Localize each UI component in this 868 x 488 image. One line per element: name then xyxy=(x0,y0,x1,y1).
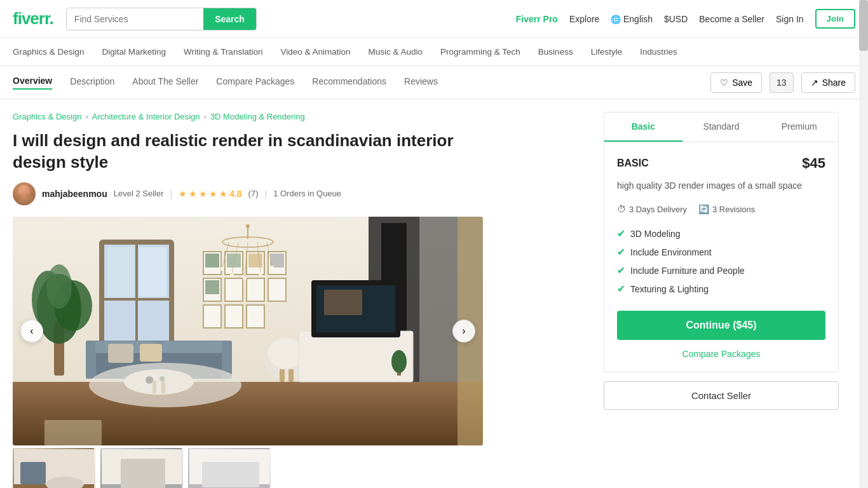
cat-business[interactable]: Business xyxy=(538,47,573,57)
check-icon-4: ✔ xyxy=(617,283,625,295)
rating-divider: | xyxy=(170,189,172,199)
tab-premium[interactable]: Premium xyxy=(760,112,838,142)
breadcrumb-sep-1: › xyxy=(85,112,88,121)
delivery-info: ⏱ 3 Days Delivery xyxy=(617,204,687,214)
feature-environment: ✔ Include Environment xyxy=(617,243,825,261)
svg-rect-45 xyxy=(280,369,285,382)
feature-label-2: Include Environment xyxy=(630,247,712,257)
tab-about-seller[interactable]: About The Seller xyxy=(132,76,198,89)
delivery-text: 3 Days Delivery xyxy=(629,205,687,214)
contact-seller-button[interactable]: Contact Seller xyxy=(604,381,839,410)
join-button[interactable]: Join xyxy=(815,9,855,29)
thumbnail-2[interactable] xyxy=(100,448,183,488)
rating-stars: ★ ★ ★ ★ ★ 4.8 xyxy=(179,189,241,199)
check-icon-3: ✔ xyxy=(617,264,625,276)
check-icon-1: ✔ xyxy=(617,227,625,240)
svg-rect-27 xyxy=(203,305,221,328)
explore-link[interactable]: Explore xyxy=(569,14,599,24)
star-1: ★ xyxy=(179,189,187,199)
feature-furniture: ✔ Include Furniture and People xyxy=(617,261,825,280)
continue-button[interactable]: Continue ($45) xyxy=(617,311,825,340)
main-content: Graphics & Design › Architecture & Inter… xyxy=(0,99,851,488)
tab-reviews[interactable]: Reviews xyxy=(404,76,438,89)
tab-standard[interactable]: Standard xyxy=(682,112,761,142)
currency-link[interactable]: $USD xyxy=(664,14,688,24)
package-description: high quality 3D render images of a small… xyxy=(617,179,825,193)
svg-point-71 xyxy=(243,276,247,280)
cat-graphics-design[interactable]: Graphics & Design xyxy=(13,47,85,57)
svg-rect-82 xyxy=(121,459,165,488)
breadcrumb: Graphics & Design › Architecture & Inter… xyxy=(13,112,588,121)
package-price: $45 xyxy=(802,155,825,172)
breadcrumb-architecture[interactable]: Architecture & Interior Design xyxy=(92,112,200,121)
cat-music-audio[interactable]: Music & Audio xyxy=(369,47,423,57)
save-label: Save xyxy=(732,78,752,88)
package-header: BASIC $45 xyxy=(617,155,825,172)
tab-basic[interactable]: Basic xyxy=(604,112,682,142)
image-gallery: ‹ › xyxy=(13,217,588,488)
seller-row: mahjabeenmou Level 2 Seller | ★ ★ ★ ★ ★ … xyxy=(13,182,588,205)
svg-rect-37 xyxy=(86,341,96,379)
rating-count: (7) xyxy=(248,189,259,198)
next-image-button[interactable]: › xyxy=(452,320,475,342)
breadcrumb-3d-modeling[interactable]: 3D Modeling & Rendering xyxy=(210,112,305,121)
feature-label-3: Include Furniture and People xyxy=(630,266,745,276)
svg-rect-10 xyxy=(139,247,166,297)
svg-rect-21 xyxy=(270,254,284,268)
clock-icon: ⏱ xyxy=(617,204,626,214)
features-list: ✔ 3D Modeling ✔ Include Environment ✔ In… xyxy=(617,224,825,298)
cat-video-animation[interactable]: Video & Animation xyxy=(280,47,350,57)
thumbnail-1[interactable] xyxy=(13,448,95,488)
svg-point-69 xyxy=(220,267,224,271)
svg-point-72 xyxy=(259,272,262,276)
package-meta: ⏱ 3 Days Delivery 🔄 3 Revisions xyxy=(617,204,825,214)
search-input[interactable] xyxy=(67,9,203,29)
thumbnail-3[interactable] xyxy=(188,448,271,488)
seller-avatar xyxy=(13,182,36,205)
package-card: Basic Standard Premium BASIC $45 high qu… xyxy=(604,112,839,372)
revisions-info: 🔄 3 Revisions xyxy=(698,204,755,214)
svg-rect-85 xyxy=(202,462,259,487)
cat-writing-translation[interactable]: Writing & Translation xyxy=(184,47,262,57)
save-button[interactable]: ♡ Save xyxy=(710,72,762,93)
cat-programming-tech[interactable]: Programming & Tech xyxy=(440,47,520,57)
tab-recommendations[interactable]: Recommendations xyxy=(312,76,386,89)
share-icon: ↗ xyxy=(811,78,818,88)
star-2: ★ xyxy=(189,189,197,199)
language-link[interactable]: English xyxy=(611,14,653,24)
svg-point-34 xyxy=(46,264,72,309)
svg-rect-23 xyxy=(205,280,219,294)
breadcrumb-graphics-design[interactable]: Graphics & Design xyxy=(13,112,81,121)
heart-icon: ♡ xyxy=(720,78,728,88)
share-button[interactable]: ↗ Share xyxy=(801,72,855,93)
orders-divider: | xyxy=(265,189,268,199)
cat-industries[interactable]: Industries xyxy=(640,47,677,57)
sub-navigation: Overview Description About The Seller Co… xyxy=(0,66,868,99)
gig-title: I will design and realistic render in sc… xyxy=(13,130,483,173)
main-image: ‹ › xyxy=(13,217,483,445)
search-button[interactable]: Search xyxy=(203,8,256,30)
package-tabs: Basic Standard Premium xyxy=(604,112,838,142)
tab-compare-packages[interactable]: Compare Packages xyxy=(216,76,294,89)
avatar-body xyxy=(13,194,36,205)
tab-overview[interactable]: Overview xyxy=(13,76,52,90)
fiverr-pro-link[interactable]: Fiverr Pro xyxy=(516,14,558,24)
logo: fiverr. xyxy=(13,9,53,29)
svg-rect-41 xyxy=(108,344,133,363)
cat-digital-marketing[interactable]: Digital Marketing xyxy=(102,47,166,57)
svg-rect-75 xyxy=(44,420,102,445)
tab-description[interactable]: Description xyxy=(70,76,114,89)
svg-rect-24 xyxy=(225,278,243,301)
cat-lifestyle[interactable]: Lifestyle xyxy=(591,47,623,57)
scrollbar-thumb[interactable] xyxy=(859,0,868,51)
star-3: ★ xyxy=(199,189,207,199)
revisions-text: 3 Revisions xyxy=(712,205,755,214)
prev-image-button[interactable]: ‹ xyxy=(20,320,43,342)
compare-packages-link[interactable]: Compare Packages xyxy=(617,349,825,359)
become-seller-link[interactable]: Become a Seller xyxy=(699,14,764,24)
scrollbar[interactable] xyxy=(859,0,868,488)
seller-name[interactable]: mahjabeenmou xyxy=(42,189,107,199)
feature-label-1: 3D Modeling xyxy=(630,229,681,239)
thumbnails xyxy=(13,448,588,488)
sign-in-link[interactable]: Sign In xyxy=(776,14,804,24)
